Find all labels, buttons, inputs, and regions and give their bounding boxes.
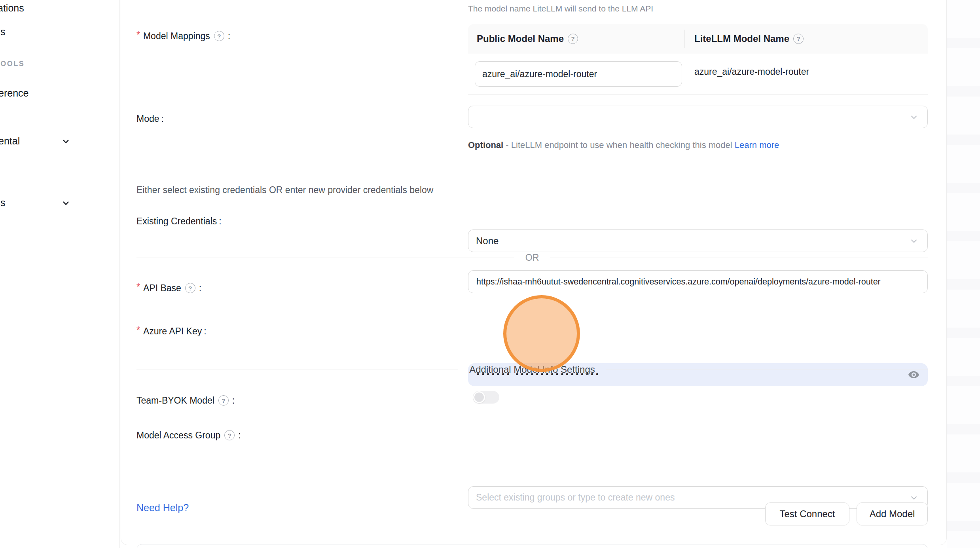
existing-credentials-label: Existing Credentials : — [136, 214, 222, 228]
column-divider — [684, 30, 685, 48]
model-mappings-label: * Model Mappings ? : — [136, 29, 230, 43]
api-base-label: * API Base ? : — [136, 281, 201, 295]
chevron-down-icon — [909, 112, 919, 122]
additional-settings-divider: Additional Model Info Settings — [136, 364, 928, 375]
table-header-row: Public Model Name ? LiteLLM Model Name ? — [468, 24, 928, 53]
existing-credentials-select[interactable]: None — [468, 229, 928, 252]
divider-line — [606, 370, 928, 370]
mode-label: Mode : — [136, 112, 164, 125]
sidebar-item-label: s — [0, 26, 6, 37]
mode-select[interactable] — [468, 106, 928, 128]
sidebar-item-s1[interactable]: s — [0, 26, 6, 38]
sidebar-section-tools: TOOLS — [0, 60, 25, 68]
sidebar-item-label: s — [0, 197, 6, 208]
additional-settings-divider-text: Additional Model Info Settings — [469, 364, 595, 375]
test-connect-button[interactable]: Test Connect — [765, 502, 849, 525]
sidebar-item-ental[interactable]: ental — [0, 135, 20, 147]
or-divider: OR — [136, 252, 928, 263]
chevron-down-icon[interactable] — [61, 199, 70, 208]
public-model-name-input[interactable] — [475, 61, 682, 87]
or-divider-text: OR — [525, 252, 539, 263]
litellm-model-name-value: azure_ai/azure-model-router — [694, 66, 809, 77]
required-mark: * — [136, 30, 140, 40]
existing-credentials-value: None — [476, 235, 499, 247]
help-icon[interactable]: ? — [218, 395, 229, 406]
table-row: azure_ai/azure-model-router — [468, 53, 928, 95]
add-model-page: ations s TOOLS erence ental s The model … — [0, 0, 980, 548]
help-icon[interactable]: ? — [185, 283, 195, 293]
chevron-down-icon — [909, 493, 919, 502]
column-header-litellm-model-name: LiteLLM Model Name ? — [684, 33, 805, 44]
divider-line — [550, 258, 928, 258]
sidebar-item-label: erence — [0, 87, 28, 99]
sidebar-item-s2[interactable]: s — [0, 197, 6, 209]
api-base-input[interactable] — [468, 270, 928, 293]
app-sidebar: ations s TOOLS erence ental s — [0, 0, 120, 548]
required-mark: * — [136, 282, 140, 292]
azure-api-key-label: * Azure API Key : — [136, 324, 207, 338]
chevron-down-icon — [909, 236, 919, 246]
advanced-settings-panel[interactable]: Advanced Settings — [136, 544, 928, 548]
sidebar-item-label: ental — [0, 135, 20, 146]
divider-line — [136, 258, 514, 258]
model-access-group-placeholder: Select existing groups or type to create… — [476, 492, 675, 503]
need-help-link[interactable]: Need Help? — [136, 502, 189, 514]
sidebar-item-erence[interactable]: erence — [0, 87, 28, 99]
help-icon[interactable]: ? — [224, 430, 235, 440]
help-icon[interactable]: ? — [214, 31, 224, 41]
sidebar-item-ations[interactable]: ations — [0, 2, 24, 14]
help-icon[interactable]: ? — [793, 34, 804, 44]
help-icon[interactable]: ? — [568, 34, 578, 44]
model-access-group-label: Model Access Group ? : — [136, 429, 241, 442]
chevron-down-icon[interactable] — [61, 137, 70, 146]
model-name-helper-text: The model name LiteLLM will send to the … — [468, 4, 653, 13]
team-byok-toggle[interactable] — [473, 391, 499, 404]
sidebar-section-label: TOOLS — [0, 60, 25, 68]
learn-more-link[interactable]: Learn more — [735, 140, 779, 150]
team-byok-label: Team-BYOK Model ? : — [136, 394, 235, 407]
required-mark: * — [136, 325, 140, 336]
toggle-knob — [473, 391, 485, 403]
mode-helper-text: Optional - LiteLLM endpoint to use when … — [468, 137, 785, 153]
add-model-button[interactable]: Add Model — [857, 502, 928, 525]
optional-bold: Optional — [468, 140, 503, 150]
divider-line — [136, 370, 458, 370]
background-table-gutter — [947, 0, 980, 548]
column-header-public-model-name: Public Model Name ? — [468, 33, 684, 44]
sidebar-item-label: ations — [0, 2, 24, 13]
model-mappings-table: Public Model Name ? LiteLLM Model Name ?… — [468, 24, 928, 95]
credentials-note: Either select existing credentials OR en… — [136, 185, 433, 195]
